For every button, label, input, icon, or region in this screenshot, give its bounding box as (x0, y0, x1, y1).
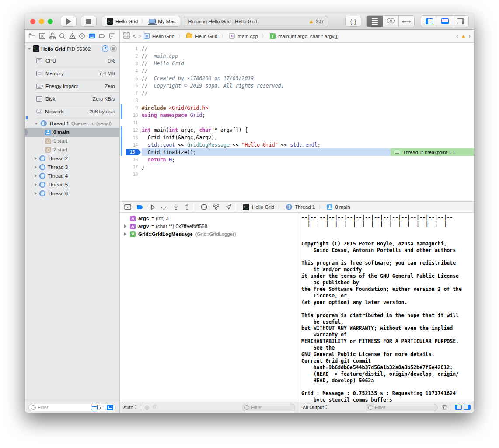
debug-navigator-icon[interactable] (88, 32, 96, 40)
view-hierarchy-button[interactable] (201, 204, 207, 210)
hide-debug-area-button[interactable] (124, 204, 131, 210)
breadcrumb-process[interactable]: Hello Grid (252, 204, 274, 210)
simulate-location-button[interactable] (225, 204, 232, 210)
report-navigator-icon[interactable] (108, 32, 116, 40)
jump-bar-symbol[interactable]: main(int argc, char * argv[]) (278, 34, 339, 39)
issue-navigator-icon[interactable] (69, 32, 76, 40)
code-line[interactable]: 16 return 0; (120, 156, 474, 163)
process-row[interactable]: >_ Hello Grid PID 55302 (25, 43, 119, 54)
breadcrumb-thread[interactable]: Thread 1 (295, 204, 315, 210)
stack-frame-row[interactable]: 0 main (25, 128, 119, 136)
variables-scope-popup[interactable]: Auto ⌃⌄ (123, 405, 137, 410)
breakpoint-navigator-icon[interactable] (98, 32, 106, 40)
stop-button[interactable] (81, 16, 97, 27)
issues-indicator[interactable]: ▲ 237 (308, 18, 324, 24)
continue-button[interactable] (149, 204, 155, 210)
disclosure-triangle-icon[interactable] (123, 232, 127, 236)
code-line[interactable]: 13 Grid_init(&argc,&argv); (120, 134, 474, 141)
run-button[interactable] (61, 16, 77, 27)
disclosure-triangle-icon[interactable] (35, 122, 38, 125)
find-navigator-icon[interactable] (59, 32, 66, 40)
version-editor-button[interactable]: ⇠⇢ (398, 16, 414, 27)
code-line[interactable]: 17} (120, 163, 474, 171)
jump-bar-file[interactable]: main.cpp (237, 34, 258, 39)
code-line[interactable]: 9#include <Grid/Grid.h> (120, 104, 474, 112)
console-filter-field[interactable]: Filter (366, 404, 438, 411)
thread-row[interactable]: Thread 3 (25, 163, 119, 172)
stack-frame-row[interactable]: 2 start (25, 145, 119, 154)
code-line[interactable]: 12int main(int argc, char * argv[]) { (120, 126, 474, 134)
go-back-button[interactable]: < (133, 33, 136, 39)
go-forward-button[interactable]: > (138, 33, 141, 39)
variable-row[interactable]: Aargc= (int) 3 (120, 214, 299, 222)
step-over-button[interactable] (161, 204, 168, 210)
assistant-editor-button[interactable] (383, 16, 398, 27)
scheme-selector[interactable]: >_ Hello Grid 〉 My Mac (102, 16, 180, 27)
code-line[interactable]: 15 Grid_finalize();Thread 1: breakpoint … (120, 148, 474, 156)
clear-console-button[interactable] (441, 404, 447, 411)
zoom-window-button[interactable] (48, 19, 53, 24)
console-view[interactable]: --|--|--|--|--|--|--|--|--|--|--|--|--|-… (299, 213, 474, 402)
breadcrumb-frame[interactable]: 0 main (335, 204, 350, 210)
gauge-row-cpu[interactable]: CPU0% (25, 54, 119, 67)
code-line[interactable]: 4// (120, 67, 474, 75)
minimize-window-button[interactable] (39, 19, 44, 24)
source-editor[interactable]: 1//2// main.cpp3// Hello Grid4//5// Crea… (120, 43, 474, 201)
code-line[interactable]: 3// Hello Grid (120, 60, 474, 67)
disclosure-triangle-icon[interactable] (35, 157, 37, 160)
filter-mode-ui-icon[interactable] (107, 405, 113, 410)
memory-graph-button[interactable] (213, 204, 220, 210)
debug-area-toggle-button[interactable] (437, 16, 453, 27)
navigator-toggle-button[interactable] (421, 16, 437, 27)
close-window-button[interactable] (30, 19, 35, 24)
thread-row[interactable]: Thread 2 (25, 154, 119, 163)
stack-frame-row[interactable]: 1 start (25, 136, 119, 145)
info-icon[interactable]: ⓘ (153, 404, 158, 411)
jump-bar-project[interactable]: Hello Grid (152, 34, 174, 39)
breakpoints-toggle-button[interactable] (136, 204, 144, 210)
breakpoint-annotation[interactable]: Thread 1: breakpoint 1.1 (391, 148, 474, 156)
gauges-view-icon[interactable] (102, 46, 108, 52)
library-button[interactable]: { } (345, 16, 361, 27)
step-out-button[interactable] (184, 204, 190, 210)
source-control-navigator-icon[interactable] (38, 32, 46, 40)
test-navigator-icon[interactable] (78, 32, 86, 40)
code-line[interactable]: 10using namespace Grid; (120, 112, 474, 119)
filter-mode-queues-icon[interactable] (99, 405, 105, 410)
variable-row[interactable]: Aargv= (char **) 0x7ffeefbff568 (120, 222, 299, 230)
code-line[interactable]: 18 (120, 171, 474, 178)
activity-viewer[interactable]: Running Hello Grid : Hello Grid ▲ 237 (184, 16, 328, 27)
code-line[interactable]: 11 (120, 119, 474, 126)
disclosure-triangle-icon[interactable] (35, 174, 37, 178)
disclosure-triangle-icon[interactable] (35, 165, 37, 169)
next-issue-button[interactable]: › (469, 33, 471, 39)
breakpoint-line-badge[interactable]: 15 (126, 149, 141, 155)
threads-view-icon[interactable] (110, 46, 117, 52)
project-navigator-icon[interactable] (28, 32, 36, 40)
jump-bar-group[interactable]: Hello Grid (195, 34, 217, 39)
disclosure-triangle-icon[interactable] (28, 48, 31, 50)
thread-row[interactable]: Thread 4 (25, 172, 119, 180)
disclosure-triangle-icon[interactable] (123, 224, 127, 228)
code-line[interactable]: 7// (120, 89, 474, 97)
console-view-toggle[interactable] (464, 405, 471, 410)
gauge-row-disk[interactable]: DiskZero KB/s (25, 92, 119, 105)
previous-issue-button[interactable]: ‹ (456, 33, 458, 39)
code-line[interactable]: 14 std::cout << GridLogMessage << "Hello… (120, 141, 474, 149)
step-into-button[interactable] (173, 204, 179, 210)
code-line[interactable]: 6// Copyright © 2019 sopa. All rights re… (120, 82, 474, 89)
code-line[interactable]: 1// (120, 45, 474, 52)
related-items-icon[interactable] (123, 32, 130, 40)
inspector-toggle-button[interactable] (453, 16, 468, 27)
thread-row[interactable]: Thread 6 (25, 189, 119, 198)
thread-row[interactable]: Thread 1Queue:...d (serial) (25, 119, 119, 128)
standard-editor-button[interactable] (367, 16, 383, 27)
console-scope-popup[interactable]: All Output ⌃⌄ (303, 405, 328, 410)
variables-view[interactable]: Aargc= (int) 3Aargv= (char **) 0x7ffeefb… (120, 213, 299, 402)
disclosure-triangle-icon[interactable] (35, 192, 37, 195)
disclosure-triangle-icon[interactable] (35, 183, 37, 186)
gauge-row-energy-impact[interactable]: Energy ImpactZero (25, 80, 119, 92)
variables-view-toggle[interactable] (455, 405, 462, 410)
filter-mode-threads-icon[interactable] (91, 405, 98, 410)
code-line[interactable]: 5// Created by s1786208 on 17/03/2019. (120, 75, 474, 82)
